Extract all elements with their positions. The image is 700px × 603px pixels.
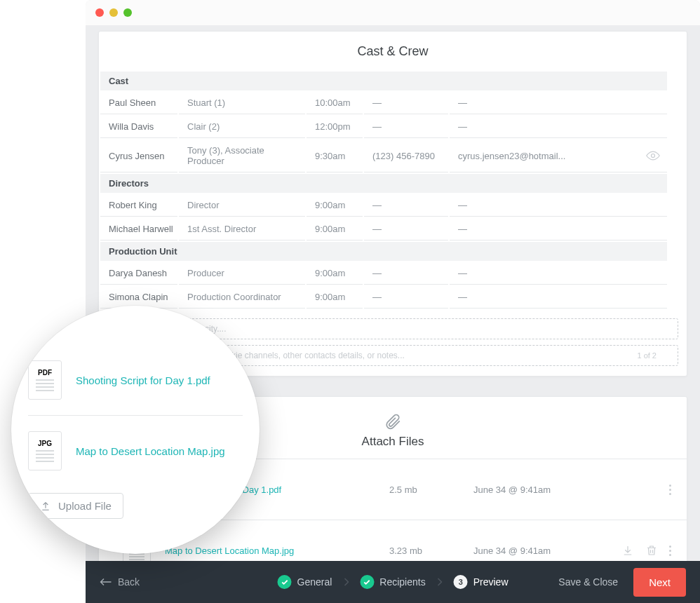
back-label: Back bbox=[118, 576, 140, 588]
window-titlebar bbox=[86, 0, 700, 25]
magnifier-overlay: PDFShooting Script for Day 1.pdfJPGMap t… bbox=[11, 306, 260, 554]
file-actions bbox=[669, 485, 671, 495]
cell-time: 10:00am bbox=[307, 92, 363, 114]
cell-phone: (123) 456-7890 bbox=[364, 140, 448, 172]
table-row[interactable]: Willa DavisClair (2)12:00pm—— bbox=[100, 116, 667, 138]
file-name[interactable]: Map to Desert Location Map.jpg bbox=[165, 546, 375, 556]
cell-phone: — bbox=[364, 286, 448, 309]
crew-table: CastPaul SheenStuart (1)10:00am——Willa D… bbox=[99, 70, 668, 310]
table-row[interactable]: Darya DaneshProducer9:00am—— bbox=[100, 262, 667, 285]
step-done-icon bbox=[278, 575, 292, 589]
group-header: Directors bbox=[100, 174, 667, 193]
file-thumb: JPG bbox=[28, 431, 62, 470]
next-button[interactable]: Next bbox=[633, 568, 686, 597]
cell-time: 9:00am bbox=[307, 286, 363, 309]
cell-name: Willa Davis bbox=[100, 116, 177, 138]
trash-icon[interactable] bbox=[645, 544, 658, 557]
cell-phone: — bbox=[364, 262, 448, 285]
step-label: Recipients bbox=[379, 576, 425, 588]
table-row[interactable]: Michael Harwell1st Asst. Director9:00am—… bbox=[100, 218, 667, 240]
paperclip-icon bbox=[384, 412, 402, 431]
lens-file-name[interactable]: Shooting Script for Day 1.pdf bbox=[76, 374, 210, 386]
cell-time: 9:30am bbox=[307, 140, 363, 172]
cell-phone: — bbox=[364, 194, 448, 217]
table-row[interactable]: Paul SheenStuart (1)10:00am—— bbox=[100, 92, 667, 114]
cell-phone: — bbox=[364, 92, 448, 114]
wizard-step[interactable]: General bbox=[278, 575, 332, 589]
window-minimize-icon[interactable] bbox=[109, 8, 118, 17]
table-row[interactable]: Cyrus JensenTony (3), Associate Producer… bbox=[100, 140, 667, 172]
step-done-icon bbox=[360, 575, 374, 589]
section-title: Cast & Crew bbox=[99, 32, 687, 70]
cell-name: Cyrus Jensen bbox=[100, 140, 177, 172]
cell-email: — bbox=[450, 262, 667, 285]
group-header: Cast bbox=[100, 72, 667, 90]
cell-role: 1st Asst. Director bbox=[179, 218, 305, 240]
wizard-step[interactable]: 3Preview bbox=[454, 575, 509, 589]
page-indicator: 1 of 2 bbox=[637, 351, 671, 360]
step-number: 3 bbox=[454, 575, 468, 589]
lens-file-row[interactable]: PDFShooting Script for Day 1.pdf bbox=[28, 345, 243, 415]
file-date: June 34 @ 9:41am bbox=[473, 485, 655, 495]
upload-icon bbox=[40, 501, 51, 512]
arrow-left-icon bbox=[100, 578, 112, 586]
cell-email: — bbox=[450, 92, 667, 114]
cell-name: Michael Harwell bbox=[100, 218, 177, 240]
cell-time: 9:00am bbox=[307, 194, 363, 217]
cell-time: 9:00am bbox=[307, 262, 363, 285]
lens-upload-button[interactable]: Upload File bbox=[28, 493, 123, 519]
lens-file-row[interactable]: JPGMap to Desert Location Map.jpg bbox=[28, 415, 243, 486]
window-zoom-icon[interactable] bbox=[123, 8, 132, 17]
cell-phone: — bbox=[364, 116, 448, 138]
cell-time: 9:00am bbox=[307, 218, 363, 240]
cell-role: Producer bbox=[179, 262, 305, 285]
cell-name: Paul Sheen bbox=[100, 92, 177, 114]
file-size: 3.23 mb bbox=[389, 546, 459, 556]
chevron-right-icon bbox=[437, 578, 443, 586]
step-label: General bbox=[297, 576, 332, 588]
lens-file-name[interactable]: Map to Desert Location Map.jpg bbox=[76, 445, 225, 457]
back-button[interactable]: Back bbox=[100, 576, 140, 588]
cell-email: cyrus.jensen23@hotmail... bbox=[450, 140, 667, 172]
file-size: 2.5 mb bbox=[389, 485, 459, 495]
cell-role: Clair (2) bbox=[179, 116, 305, 138]
cell-email: — bbox=[450, 218, 667, 240]
file-actions bbox=[621, 544, 671, 557]
download-icon[interactable] bbox=[621, 544, 634, 557]
save-close-button[interactable]: Save & Close bbox=[558, 576, 618, 588]
cell-role: Production Coordinator bbox=[179, 286, 305, 309]
attach-title: Attach Files bbox=[362, 435, 424, 449]
table-row[interactable]: Simona ClapinProduction Coordinator9:00a… bbox=[100, 286, 667, 309]
window-close-icon[interactable] bbox=[95, 8, 104, 17]
chevron-right-icon bbox=[343, 578, 349, 586]
cell-name: Robert King bbox=[100, 194, 177, 217]
cell-role: Tony (3), Associate Producer bbox=[179, 140, 305, 172]
cell-name: Darya Danesh bbox=[100, 262, 177, 285]
lens-upload-label: Upload File bbox=[58, 500, 112, 512]
cell-email: — bbox=[450, 194, 667, 217]
visibility-icon[interactable] bbox=[646, 151, 660, 161]
cell-role: Director bbox=[179, 194, 305, 217]
cell-email: — bbox=[450, 116, 667, 138]
more-icon[interactable] bbox=[669, 485, 671, 495]
cell-phone: — bbox=[364, 218, 448, 240]
file-thumb: PDF bbox=[28, 360, 62, 400]
more-icon[interactable] bbox=[669, 546, 671, 556]
wizard-steps: GeneralRecipients3Preview bbox=[278, 575, 509, 589]
file-date: June 34 @ 9:41am bbox=[473, 546, 607, 556]
cell-time: 12:00pm bbox=[307, 116, 363, 138]
wizard-bottom-bar: Back GeneralRecipients3Preview Save & Cl… bbox=[86, 561, 700, 603]
wizard-step[interactable]: Recipients bbox=[360, 575, 425, 589]
svg-point-0 bbox=[652, 154, 655, 157]
group-header: Production Unit bbox=[100, 242, 667, 261]
table-row[interactable]: Robert KingDirector9:00am—— bbox=[100, 194, 667, 217]
cell-email: — bbox=[450, 286, 667, 309]
step-label: Preview bbox=[473, 576, 509, 588]
cell-role: Stuart (1) bbox=[179, 92, 305, 114]
